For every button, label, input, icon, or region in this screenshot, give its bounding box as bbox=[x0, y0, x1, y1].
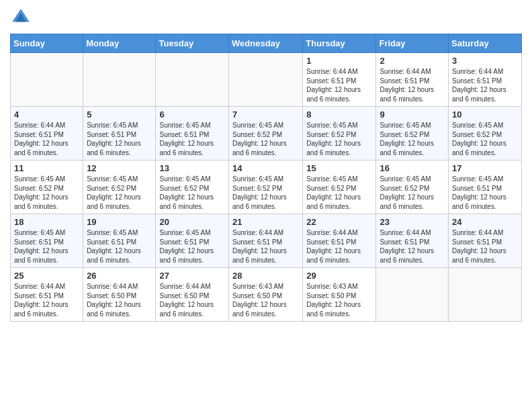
day-info: Sunrise: 6:44 AM Sunset: 6:51 PM Dayligh… bbox=[452, 67, 518, 103]
weekday-header-wednesday: Wednesday bbox=[229, 34, 303, 53]
week-row-2: 4Sunrise: 6:44 AM Sunset: 6:51 PM Daylig… bbox=[11, 107, 522, 161]
day-cell: 19Sunrise: 6:45 AM Sunset: 6:51 PM Dayli… bbox=[83, 214, 156, 268]
weekday-header-friday: Friday bbox=[376, 34, 449, 53]
day-cell bbox=[376, 268, 449, 322]
weekday-header-saturday: Saturday bbox=[449, 34, 522, 53]
day-info: Sunrise: 6:45 AM Sunset: 6:52 PM Dayligh… bbox=[14, 175, 79, 211]
week-row-5: 25Sunrise: 6:44 AM Sunset: 6:51 PM Dayli… bbox=[11, 268, 522, 322]
day-info: Sunrise: 6:44 AM Sunset: 6:50 PM Dayligh… bbox=[87, 282, 152, 318]
day-info: Sunrise: 6:44 AM Sunset: 6:51 PM Dayligh… bbox=[232, 228, 299, 265]
day-info: Sunrise: 6:45 AM Sunset: 6:52 PM Dayligh… bbox=[380, 175, 445, 211]
logo-icon bbox=[10, 7, 32, 28]
day-number: 13 bbox=[159, 163, 225, 173]
day-number: 29 bbox=[306, 271, 372, 281]
day-info: Sunrise: 6:45 AM Sunset: 6:51 PM Dayligh… bbox=[87, 121, 152, 157]
day-info: Sunrise: 6:43 AM Sunset: 6:50 PM Dayligh… bbox=[232, 282, 299, 318]
day-info: Sunrise: 6:44 AM Sunset: 6:51 PM Dayligh… bbox=[14, 282, 79, 318]
day-cell: 23Sunrise: 6:44 AM Sunset: 6:51 PM Dayli… bbox=[376, 214, 449, 268]
day-info: Sunrise: 6:44 AM Sunset: 6:51 PM Dayligh… bbox=[380, 228, 445, 265]
day-number: 10 bbox=[452, 109, 518, 120]
day-number: 16 bbox=[380, 163, 445, 173]
week-row-3: 11Sunrise: 6:45 AM Sunset: 6:52 PM Dayli… bbox=[11, 161, 522, 214]
day-number: 21 bbox=[232, 217, 299, 227]
day-info: Sunrise: 6:45 AM Sunset: 6:51 PM Dayligh… bbox=[159, 228, 225, 265]
day-info: Sunrise: 6:44 AM Sunset: 6:51 PM Dayligh… bbox=[306, 67, 372, 103]
day-cell: 29Sunrise: 6:43 AM Sunset: 6:50 PM Dayli… bbox=[303, 268, 376, 322]
day-number: 17 bbox=[452, 163, 518, 173]
day-cell: 16Sunrise: 6:45 AM Sunset: 6:52 PM Dayli… bbox=[376, 161, 449, 214]
day-info: Sunrise: 6:45 AM Sunset: 6:51 PM Dayligh… bbox=[159, 121, 225, 157]
day-cell: 28Sunrise: 6:43 AM Sunset: 6:50 PM Dayli… bbox=[229, 268, 303, 322]
day-cell: 21Sunrise: 6:44 AM Sunset: 6:51 PM Dayli… bbox=[229, 214, 303, 268]
day-cell: 9Sunrise: 6:45 AM Sunset: 6:52 PM Daylig… bbox=[376, 107, 449, 161]
day-number: 28 bbox=[232, 271, 299, 281]
day-cell bbox=[83, 53, 156, 107]
day-cell bbox=[449, 268, 522, 322]
day-cell: 2Sunrise: 6:44 AM Sunset: 6:51 PM Daylig… bbox=[376, 53, 449, 107]
weekday-header-sunday: Sunday bbox=[11, 34, 83, 53]
day-info: Sunrise: 6:45 AM Sunset: 6:52 PM Dayligh… bbox=[306, 121, 372, 157]
day-number: 23 bbox=[380, 217, 445, 227]
day-number: 20 bbox=[159, 217, 225, 227]
day-cell: 5Sunrise: 6:45 AM Sunset: 6:51 PM Daylig… bbox=[83, 107, 156, 161]
day-cell: 20Sunrise: 6:45 AM Sunset: 6:51 PM Dayli… bbox=[156, 214, 229, 268]
day-number: 12 bbox=[87, 163, 152, 173]
day-info: Sunrise: 6:45 AM Sunset: 6:52 PM Dayligh… bbox=[452, 121, 518, 157]
header bbox=[10, 7, 522, 28]
day-cell: 4Sunrise: 6:44 AM Sunset: 6:51 PM Daylig… bbox=[11, 107, 83, 161]
day-number: 18 bbox=[14, 217, 79, 227]
day-cell: 3Sunrise: 6:44 AM Sunset: 6:51 PM Daylig… bbox=[449, 53, 522, 107]
day-cell: 26Sunrise: 6:44 AM Sunset: 6:50 PM Dayli… bbox=[83, 268, 156, 322]
calendar-table: SundayMondayTuesdayWednesdayThursdayFrid… bbox=[10, 34, 522, 322]
weekday-header-monday: Monday bbox=[83, 34, 156, 53]
day-info: Sunrise: 6:44 AM Sunset: 6:51 PM Dayligh… bbox=[306, 228, 372, 265]
day-number: 1 bbox=[306, 56, 372, 66]
day-number: 24 bbox=[452, 217, 518, 227]
day-number: 8 bbox=[306, 109, 372, 120]
day-number: 26 bbox=[87, 271, 152, 281]
day-info: Sunrise: 6:45 AM Sunset: 6:52 PM Dayligh… bbox=[380, 121, 445, 157]
day-cell: 27Sunrise: 6:44 AM Sunset: 6:50 PM Dayli… bbox=[156, 268, 229, 322]
day-number: 4 bbox=[14, 109, 79, 120]
day-cell bbox=[229, 53, 303, 107]
logo bbox=[10, 7, 34, 28]
day-cell: 18Sunrise: 6:45 AM Sunset: 6:51 PM Dayli… bbox=[11, 214, 83, 268]
day-cell: 10Sunrise: 6:45 AM Sunset: 6:52 PM Dayli… bbox=[449, 107, 522, 161]
day-number: 5 bbox=[87, 109, 152, 120]
day-info: Sunrise: 6:45 AM Sunset: 6:52 PM Dayligh… bbox=[232, 121, 299, 157]
week-row-1: 1Sunrise: 6:44 AM Sunset: 6:51 PM Daylig… bbox=[11, 53, 522, 107]
week-row-4: 18Sunrise: 6:45 AM Sunset: 6:51 PM Dayli… bbox=[11, 214, 522, 268]
day-info: Sunrise: 6:45 AM Sunset: 6:51 PM Dayligh… bbox=[452, 175, 518, 211]
day-number: 2 bbox=[380, 56, 445, 66]
day-info: Sunrise: 6:44 AM Sunset: 6:51 PM Dayligh… bbox=[380, 67, 445, 103]
day-number: 6 bbox=[159, 109, 225, 120]
day-number: 22 bbox=[306, 217, 372, 227]
day-cell: 13Sunrise: 6:45 AM Sunset: 6:52 PM Dayli… bbox=[156, 161, 229, 214]
day-info: Sunrise: 6:45 AM Sunset: 6:51 PM Dayligh… bbox=[14, 228, 79, 265]
weekday-header-thursday: Thursday bbox=[303, 34, 376, 53]
day-number: 14 bbox=[232, 163, 299, 173]
day-number: 19 bbox=[87, 217, 152, 227]
day-cell: 15Sunrise: 6:45 AM Sunset: 6:52 PM Dayli… bbox=[303, 161, 376, 214]
day-number: 3 bbox=[452, 56, 518, 66]
day-info: Sunrise: 6:44 AM Sunset: 6:50 PM Dayligh… bbox=[159, 282, 225, 318]
day-cell: 1Sunrise: 6:44 AM Sunset: 6:51 PM Daylig… bbox=[303, 53, 376, 107]
day-info: Sunrise: 6:45 AM Sunset: 6:52 PM Dayligh… bbox=[159, 175, 225, 211]
day-number: 9 bbox=[380, 109, 445, 120]
day-cell: 6Sunrise: 6:45 AM Sunset: 6:51 PM Daylig… bbox=[156, 107, 229, 161]
day-cell: 17Sunrise: 6:45 AM Sunset: 6:51 PM Dayli… bbox=[449, 161, 522, 214]
weekday-header-tuesday: Tuesday bbox=[156, 34, 229, 53]
day-info: Sunrise: 6:45 AM Sunset: 6:52 PM Dayligh… bbox=[232, 175, 299, 211]
day-cell bbox=[156, 53, 229, 107]
day-info: Sunrise: 6:45 AM Sunset: 6:51 PM Dayligh… bbox=[87, 228, 152, 265]
day-info: Sunrise: 6:45 AM Sunset: 6:52 PM Dayligh… bbox=[87, 175, 152, 211]
day-cell: 8Sunrise: 6:45 AM Sunset: 6:52 PM Daylig… bbox=[303, 107, 376, 161]
day-number: 11 bbox=[14, 163, 79, 173]
day-cell: 12Sunrise: 6:45 AM Sunset: 6:52 PM Dayli… bbox=[83, 161, 156, 214]
day-cell: 22Sunrise: 6:44 AM Sunset: 6:51 PM Dayli… bbox=[303, 214, 376, 268]
day-cell: 7Sunrise: 6:45 AM Sunset: 6:52 PM Daylig… bbox=[229, 107, 303, 161]
day-cell: 14Sunrise: 6:45 AM Sunset: 6:52 PM Dayli… bbox=[229, 161, 303, 214]
weekday-header-row: SundayMondayTuesdayWednesdayThursdayFrid… bbox=[11, 34, 522, 53]
day-info: Sunrise: 6:45 AM Sunset: 6:52 PM Dayligh… bbox=[306, 175, 372, 211]
day-cell: 25Sunrise: 6:44 AM Sunset: 6:51 PM Dayli… bbox=[11, 268, 83, 322]
